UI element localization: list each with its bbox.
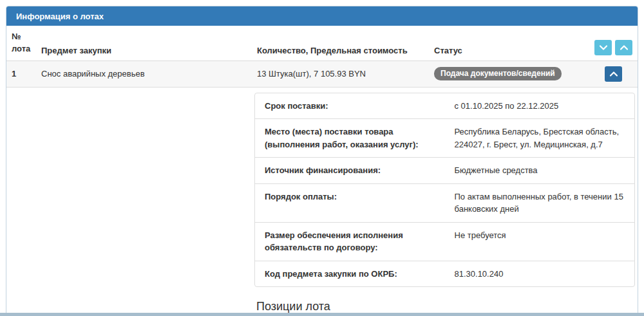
detail-value: с 01.10.2025 по 22.12.2025 (445, 93, 635, 119)
column-header-actions (583, 26, 638, 60)
detail-label: Порядок оплаты: (255, 184, 445, 222)
column-header-quantity: Количество, Предельная стоимость (252, 26, 429, 60)
chevron-up-icon (609, 71, 618, 77)
detail-row-delivery-place: Место (места) поставки товара (выполнени… (255, 118, 634, 157)
detail-value: По актам выполненных работ, в течении 15… (445, 184, 635, 222)
lot-row: 1 Снос аварийных деревьев 13 Штука(шт), … (6, 60, 638, 87)
detail-label: Размер обеспечения исполнения обязательс… (255, 223, 445, 261)
lot-actions-cell (583, 60, 638, 87)
column-header-status: Статус (429, 26, 583, 60)
page-bottom-strip (0, 313, 644, 316)
column-header-subject: Предмет закупки (36, 26, 252, 60)
detail-label: Срок поставки: (255, 93, 445, 119)
panel-title: Информация о лотах (6, 6, 638, 26)
collapse-lot-button[interactable] (605, 66, 622, 82)
lot-quantity-cell: 13 Штука(шт), 7 105.93 BYN (252, 60, 429, 87)
detail-value: 81.30.10.240 (445, 261, 635, 287)
detail-row-payment-order: Порядок оплаты: По актам выполненных раб… (255, 183, 634, 222)
lots-info-panel: Информация о лотах № лота Предмет закупк… (6, 6, 638, 316)
expand-all-button[interactable] (615, 40, 632, 55)
lot-detail-row: Срок поставки: с 01.10.2025 по 22.12.202… (6, 87, 638, 316)
lot-details-table: Срок поставки: с 01.10.2025 по 22.12.202… (254, 93, 635, 288)
detail-row-financing-source: Источник финансирования: Бюджетные средс… (255, 157, 634, 183)
status-badge: Подача документов/сведений (434, 67, 562, 80)
positions-section-title: Позиции лота (256, 300, 635, 313)
column-header-lot-number: № лота (6, 26, 36, 60)
detail-value: Бюджетные средства (445, 158, 635, 183)
lot-subject-cell: Снос аварийных деревьев (36, 60, 252, 87)
detail-row-delivery-period: Срок поставки: с 01.10.2025 по 22.12.202… (255, 93, 634, 119)
detail-row-security-amount: Размер обеспечения исполнения обязательс… (255, 222, 634, 261)
lots-table: № лота Предмет закупки Количество, Преде… (6, 26, 638, 316)
lot-number-cell: 1 (6, 60, 36, 87)
collapse-all-button[interactable] (594, 40, 612, 55)
detail-value: Республика Беларусь, Брестская область, … (445, 119, 635, 157)
detail-row-okrb-code: Код предмета закупки по ОКРБ: 81.30.10.2… (255, 261, 634, 287)
detail-label: Источник финансирования: (255, 158, 445, 183)
chevron-up-icon (620, 44, 629, 51)
detail-label: Место (места) поставки товара (выполнени… (255, 119, 445, 157)
detail-value: Не требуется (445, 223, 635, 261)
chevron-down-icon (599, 44, 608, 51)
detail-label: Код предмета закупки по ОКРБ: (255, 261, 445, 287)
lots-table-header-row: № лота Предмет закупки Количество, Преде… (6, 26, 638, 60)
lot-status-cell: Подача документов/сведений (429, 60, 583, 87)
